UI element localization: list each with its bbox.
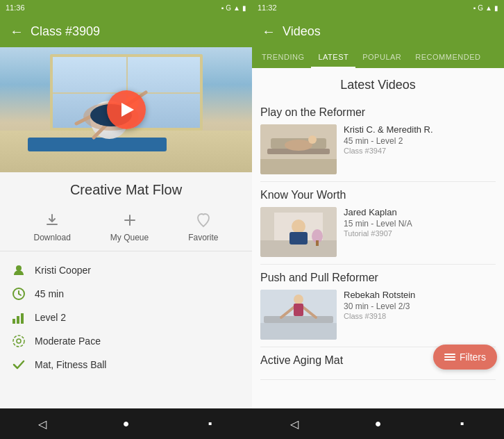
download-action[interactable]: Download — [33, 210, 70, 242]
svg-point-26 — [292, 220, 305, 233]
r-sim-icon: ▪ — [473, 4, 476, 12]
instructor-v1: Kristi C. & Meredith R. — [344, 124, 496, 135]
google-icon: G — [226, 4, 231, 12]
video-title: Creative Mat Flow — [0, 172, 252, 205]
section-title: Latest Videos — [252, 68, 504, 99]
queue-label: My Queue — [110, 233, 149, 242]
svg-point-21 — [285, 140, 312, 151]
instructor-text: Kristi Cooper — [35, 265, 91, 276]
tabs-bar: TRENDING LATEST POPULAR RECOMMENDED — [252, 47, 504, 68]
pace-text: Moderate Pace — [35, 336, 101, 347]
right-header-title: Videos — [283, 24, 321, 39]
left-time: 11:36 — [6, 3, 25, 12]
detail-v2: 15 min - Level N/A — [344, 219, 496, 229]
video-item-v3[interactable]: Push and Pull Reformer — [260, 265, 496, 347]
home-nav-button[interactable]: ● — [118, 415, 135, 432]
play-button[interactable] — [107, 90, 146, 129]
class-v3: Class #3918 — [344, 312, 496, 320]
svg-rect-32 — [264, 316, 333, 323]
video-row-v1: Kristi C. & Meredith R. 45 min - Level 2… — [260, 124, 496, 174]
r-back-nav-button[interactable]: ◁ — [286, 415, 303, 432]
details-list: Kristi Cooper 45 min Level 2 — [0, 251, 252, 383]
download-icon — [42, 210, 62, 230]
action-bar: Download My Queue Favorite — [0, 205, 252, 251]
favorite-action[interactable]: Favorite — [188, 210, 218, 242]
right-status-icons: ▪ G ▲ ▮ — [473, 4, 498, 12]
pace-icon — [11, 333, 26, 349]
class-v1: Class #3947 — [344, 147, 496, 155]
filters-icon — [444, 351, 455, 363]
detail-v1: 45 min - Level 2 — [344, 136, 496, 146]
right-back-button[interactable]: ← — [262, 24, 276, 40]
back-nav-button[interactable]: ◁ — [34, 415, 51, 432]
left-header: ← Class #3909 — [0, 15, 252, 47]
video-thumb-v3 — [260, 290, 337, 340]
detail-pace: Moderate Pace — [11, 329, 241, 353]
video-meta-v2: Jared Kaplan 15 min - Level N/A Tutorial… — [344, 207, 496, 238]
tab-trending[interactable]: TRENDING — [255, 47, 311, 68]
detail-instructor: Kristi Cooper — [11, 258, 241, 282]
right-time: 11:32 — [258, 3, 277, 12]
sim-icon: ▪ — [221, 4, 224, 12]
detail-equipment: Mat, Fitness Ball — [11, 353, 241, 376]
tab-latest[interactable]: LATEST — [311, 47, 355, 68]
svg-point-35 — [294, 295, 303, 304]
check-icon — [11, 357, 26, 372]
video-row-v3: Rebekah Rotstein 30 min - Level 2/3 Clas… — [260, 290, 496, 340]
tab-popular[interactable]: POPULAR — [355, 47, 408, 68]
r-google-icon: G — [478, 4, 483, 12]
tab-recommended[interactable]: RECOMMENDED — [408, 47, 487, 68]
svg-rect-14 — [21, 313, 24, 324]
video-thumb-v2 — [260, 207, 337, 257]
equipment-text: Mat, Fitness Ball — [35, 359, 106, 370]
queue-action[interactable]: My Queue — [110, 210, 149, 242]
svg-rect-31 — [260, 323, 337, 340]
video-item-v1[interactable]: Play on the Reformer — [260, 99, 496, 182]
detail-v3: 30 min - Level 2/3 — [344, 301, 496, 311]
video-thumbnail — [0, 47, 252, 172]
r-home-nav-button[interactable]: ● — [370, 415, 387, 432]
detail-level: Level 2 — [11, 306, 241, 329]
left-header-title: Class #3909 — [31, 24, 100, 39]
right-status-bar: 11:32 ▪ G ▲ ▮ — [252, 0, 504, 15]
detail-duration: 45 min — [11, 282, 241, 306]
queue-icon — [120, 210, 140, 230]
instructor-v3: Rebekah Rotstein — [344, 290, 496, 300]
wifi-icon: ▲ — [233, 4, 240, 12]
filters-button[interactable]: Filters — [433, 345, 497, 370]
class-v2: Tutorial #3907 — [344, 229, 496, 238]
svg-rect-13 — [17, 316, 19, 324]
video-item-v2[interactable]: Know Your Worth — [260, 182, 496, 265]
level-text: Level 2 — [35, 312, 66, 323]
svg-point-8 — [16, 265, 22, 271]
video-meta-v3: Rebekah Rotstein 30 min - Level 2/3 Clas… — [344, 290, 496, 320]
svg-point-16 — [17, 339, 21, 343]
right-content: Latest Videos Play on the Reformer — [252, 68, 504, 408]
duration-text: 45 min — [35, 288, 64, 299]
svg-line-11 — [19, 294, 21, 295]
left-status-icons: ▪ G ▲ ▮ — [221, 4, 246, 12]
instructor-v2: Jared Kaplan — [344, 207, 496, 217]
r-recent-nav-button[interactable]: ▪ — [454, 415, 471, 432]
recent-nav-button[interactable]: ▪ — [202, 415, 219, 432]
video-row-v2: Jared Kaplan 15 min - Level N/A Tutorial… — [260, 207, 496, 257]
svg-rect-12 — [12, 319, 15, 324]
left-back-button[interactable]: ← — [10, 24, 24, 40]
left-panel: 11:36 ▪ G ▲ ▮ ← Class #3909 — [0, 0, 252, 439]
right-nav-bottom: ◁ ● ▪ — [252, 408, 504, 439]
battery-icon: ▮ — [242, 4, 246, 12]
download-label: Download — [33, 233, 70, 242]
r-wifi-icon: ▲ — [485, 4, 492, 12]
left-nav-bottom: ◁ ● ▪ — [0, 408, 252, 439]
svg-rect-29 — [316, 240, 319, 246]
level-icon — [11, 310, 26, 325]
svg-point-15 — [13, 336, 24, 347]
favorite-icon — [194, 210, 213, 230]
video-thumb-v1 — [260, 124, 337, 174]
svg-rect-36 — [294, 304, 303, 316]
favorite-label: Favorite — [188, 233, 218, 242]
svg-rect-27 — [289, 232, 308, 245]
video-title-v1: Play on the Reformer — [260, 106, 496, 119]
right-header: ← Videos — [252, 15, 504, 47]
video-meta-v1: Kristi C. & Meredith R. 45 min - Level 2… — [344, 124, 496, 155]
